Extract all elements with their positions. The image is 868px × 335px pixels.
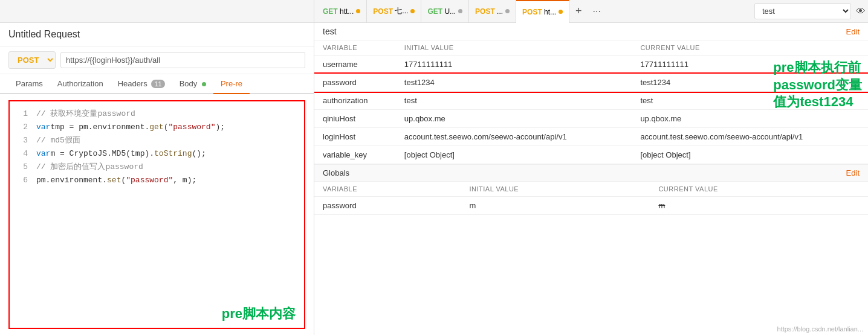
method-select[interactable]: POST [8, 51, 56, 69]
globals-table: VARIABLE INITIAL VALUE CURRENT VALUE pas… [314, 182, 868, 215]
edit-env-link[interactable]: Edit [846, 27, 860, 36]
code-area: 1 // 获取环境变量password 2 var tmp = pm.envir… [8, 100, 305, 329]
code-line-4: 4 var m = CryptoJS.MD5(tmp).toString(); [16, 147, 298, 161]
var-qiniuHost: qiniuHost [314, 110, 396, 128]
current-variable-key: [object Object] [632, 146, 868, 164]
globals-col-initial: INITIAL VALUE [461, 182, 650, 197]
code-line-1: 1 // 获取环境变量password [16, 107, 298, 121]
env-header-row: test Edit [314, 23, 868, 40]
pre-script-label: pre脚本内容 [222, 305, 296, 323]
initial-authorization: test [396, 92, 632, 110]
var-authorization: authorization [314, 92, 396, 110]
globals-initial-password: m [461, 197, 650, 215]
var-variable-key: variable_key [314, 146, 396, 164]
globals-row-password: password m m [314, 197, 868, 215]
table-row: qiniuHost up.qbox.me up.qbox.me [314, 110, 868, 128]
right-tab-bar: GET htt... POST 七... GET U... POST ... P… [314, 0, 868, 23]
sub-tab-bar: Params Authorization Headers 11 Body Pre… [0, 74, 314, 94]
initial-username: 17711111111 [396, 56, 632, 74]
globals-var-password: password [314, 197, 461, 215]
request-title: Untitled Request [0, 23, 314, 46]
right-panel: GET htt... POST 七... GET U... POST ... P… [314, 0, 868, 335]
globals-col-variable: VARIABLE [314, 182, 461, 197]
edit-globals-link[interactable]: Edit [846, 168, 860, 177]
add-tab-button[interactable]: + [569, 5, 588, 18]
table-row: loginHost account.test.seewo.com/seewo-a… [314, 128, 868, 146]
tab-params[interactable]: Params [8, 74, 50, 94]
env-name: test [323, 27, 337, 36]
right-tab-post-seven[interactable]: POST 七... [367, 0, 421, 23]
env-select[interactable]: test [754, 3, 851, 19]
globals-col-current: CURRENT VALUE [650, 182, 868, 197]
code-line-5: 5 // 加密后的值写入password [16, 161, 298, 174]
right-content: test Edit VARIABLE INITIAL VALUE CURRENT… [314, 23, 868, 335]
right-tab-get-u[interactable]: GET U... [421, 0, 469, 23]
globals-section-header: Globals Edit [314, 164, 868, 182]
right-tab-post-dots[interactable]: POST ... [469, 0, 516, 23]
current-loginHost: account.test.seewo.com/seewo-account/api… [632, 128, 868, 146]
var-password: password [314, 74, 396, 92]
tab-authorization[interactable]: Authorization [50, 74, 111, 94]
top-tab-bar [0, 0, 314, 23]
right-tab-get-htt[interactable]: GET htt... [317, 0, 367, 23]
col-header-current: CURRENT VALUE [632, 40, 868, 56]
tab-pre-request[interactable]: Pre-re [213, 74, 250, 94]
bottom-link[interactable]: https://blog.csdn.net/lanlian... [777, 325, 863, 333]
tab-body[interactable]: Body [172, 74, 213, 94]
col-header-variable: VARIABLE [314, 40, 396, 56]
url-input[interactable] [60, 52, 305, 68]
tab-headers[interactable]: Headers 11 [111, 74, 172, 94]
var-loginHost: loginHost [314, 128, 396, 146]
eye-icon[interactable]: 👁 [856, 6, 866, 17]
col-header-initial: INITIAL VALUE [396, 40, 632, 56]
more-tabs-button[interactable]: ··· [588, 6, 606, 17]
globals-current-password: m [650, 197, 868, 215]
initial-password: test1234 [396, 74, 632, 92]
right-tab-post-ht-active[interactable]: POST ht... [516, 0, 569, 23]
initial-qiniuHost: up.qbox.me [396, 110, 632, 128]
code-line-2: 2 var tmp = pm.environment.get("password… [16, 121, 298, 134]
code-line-3: 3 // md5假面 [16, 134, 298, 147]
left-panel: Untitled Request POST Params Authorizati… [0, 0, 314, 335]
globals-label: Globals [323, 168, 349, 177]
var-username: username [314, 56, 396, 74]
current-qiniuHost: up.qbox.me [632, 110, 868, 128]
url-bar: POST [0, 46, 314, 74]
table-row: variable_key [object Object] [object Obj… [314, 146, 868, 164]
initial-variable-key: [object Object] [396, 146, 632, 164]
initial-loginHost: account.test.seewo.com/seewo-account/api… [396, 128, 632, 146]
code-line-6: 6 pm.environment.set("password", m); [16, 174, 298, 187]
annotation-text: pre脚本执行前password变量值为test1234 [773, 59, 862, 111]
